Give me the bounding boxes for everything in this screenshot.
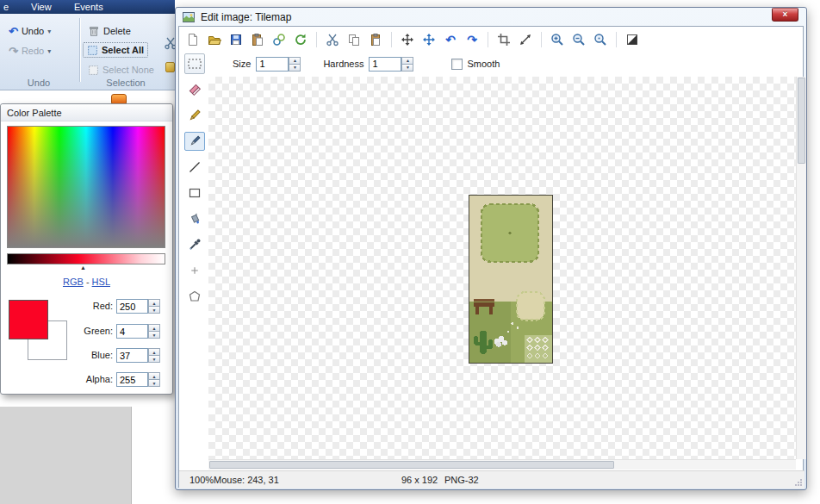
green-stepper[interactable]: ▲▼ — [148, 324, 160, 339]
spin-down-icon[interactable]: ▼ — [148, 356, 160, 363]
crosshair-tool[interactable] — [184, 261, 205, 280]
rectangle-tool[interactable] — [184, 184, 205, 202]
window-titlebar[interactable]: Edit image: Tilemap — [176, 8, 806, 26]
delete-button[interactable]: Delete — [84, 23, 134, 39]
crop-button[interactable] — [495, 31, 512, 48]
hardness-stepper[interactable]: ▲▼ — [401, 57, 413, 72]
current-color-swatch[interactable] — [9, 300, 48, 339]
undo-toolbar-button[interactable]: ↶ — [442, 31, 459, 48]
redo-button[interactable]: ↷ Redo ▾ — [5, 43, 54, 59]
ribbon: ↶ Undo ▾ ↷ Redo ▾ Undo Delete Select All… — [0, 14, 175, 90]
select-all-button[interactable]: Select All — [83, 42, 148, 58]
eraser-tool[interactable] — [184, 80, 205, 99]
close-icon: × — [783, 9, 788, 19]
link-button[interactable] — [270, 31, 288, 48]
red-input[interactable] — [116, 299, 148, 314]
size-input[interactable] — [256, 57, 289, 72]
pan-button[interactable] — [420, 31, 438, 48]
invert-button[interactable] — [624, 31, 641, 48]
spin-up-icon[interactable]: ▲ — [148, 372, 160, 380]
undo-button[interactable]: ↶ Undo ▾ — [5, 23, 54, 39]
zoom-in-button[interactable] — [549, 31, 566, 48]
zoom-actual-button[interactable] — [592, 31, 609, 48]
trash-icon — [88, 25, 100, 37]
refresh-icon — [294, 33, 308, 47]
select-all-label: Select All — [102, 45, 144, 55]
refresh-button[interactable] — [292, 31, 309, 48]
red-label: Red: — [73, 301, 113, 311]
spin-down-icon[interactable]: ▼ — [401, 65, 413, 72]
blue-stepper[interactable]: ▲▼ — [148, 348, 160, 363]
hue-saturation-picker[interactable] — [7, 126, 165, 248]
menu-item-events[interactable]: Events — [74, 2, 103, 12]
alpha-input[interactable] — [116, 372, 148, 387]
color-palette-window: Color Palette ▲ RGB - HSL Red: ▲▼ Green:… — [0, 103, 173, 395]
selection-group-label: Selection — [79, 78, 172, 88]
vertical-scrollbar-thumb[interactable] — [798, 78, 805, 164]
menu-item-file-fragment[interactable]: e — [3, 2, 9, 12]
color-palette-titlebar[interactable]: Color Palette — [1, 104, 172, 121]
edit-image-window: Edit image: Tilemap × ↶ ↷ — [175, 7, 807, 490]
spin-up-icon[interactable]: ▲ — [148, 348, 160, 356]
redo-toolbar-button[interactable]: ↷ — [463, 31, 481, 48]
horizontal-scrollbar[interactable] — [208, 459, 796, 470]
blue-input[interactable] — [116, 348, 148, 363]
alpha-label: Alpha: — [73, 374, 113, 384]
hardness-input[interactable] — [369, 57, 401, 72]
brush-tool[interactable] — [184, 132, 205, 151]
eyedropper-tool[interactable] — [184, 235, 205, 254]
hardness-label: Hardness — [323, 59, 363, 69]
mouse-position: Mouse: 243, 31 — [214, 475, 279, 485]
smooth-checkbox[interactable] — [451, 59, 463, 70]
zoom-level: 100% — [189, 475, 214, 485]
menu-item-view[interactable]: View — [31, 2, 52, 12]
toolbar-separator — [488, 32, 488, 47]
paste-button[interactable] — [367, 31, 384, 48]
crosshair-tool-icon — [189, 265, 200, 276]
zoom-out-button[interactable] — [570, 31, 587, 48]
pencil-tool[interactable] — [184, 106, 205, 125]
green-input[interactable] — [116, 324, 148, 339]
paste-special-button[interactable] — [249, 31, 266, 48]
spin-up-icon[interactable]: ▲ — [148, 324, 160, 332]
spin-down-icon[interactable]: ▼ — [148, 307, 160, 314]
paste-icon — [369, 33, 382, 47]
horizontal-scrollbar-thumb[interactable] — [209, 461, 614, 469]
save-button[interactable] — [227, 31, 245, 48]
undo-group-label: Undo — [0, 78, 78, 88]
image-size: 96 x 192 — [401, 475, 438, 485]
line-tool[interactable] — [184, 158, 205, 177]
spin-up-icon[interactable]: ▲ — [401, 57, 413, 65]
new-image-button[interactable] — [184, 31, 202, 48]
shade-slider[interactable] — [7, 253, 165, 264]
rgb-link[interactable]: RGB — [63, 277, 84, 287]
open-button[interactable] — [206, 31, 223, 48]
spin-up-icon[interactable]: ▲ — [148, 299, 160, 307]
polygon-tool[interactable] — [184, 287, 205, 306]
cut-button[interactable] — [324, 31, 341, 48]
size-stepper[interactable]: ▲▼ — [289, 57, 301, 72]
copy-button[interactable] — [345, 31, 363, 48]
move-button[interactable] — [399, 31, 416, 48]
alpha-field-row: Alpha: ▲▼ — [1, 372, 172, 387]
spin-down-icon[interactable]: ▼ — [148, 380, 160, 387]
alpha-stepper[interactable]: ▲▼ — [148, 372, 160, 387]
vertical-scrollbar[interactable] — [796, 77, 806, 459]
image-canvas[interactable] — [208, 77, 796, 459]
marquee-select-button[interactable] — [184, 53, 205, 74]
fill-tool[interactable] — [184, 209, 205, 228]
resize-canvas-button[interactable] — [517, 31, 534, 48]
link-separator: - — [86, 277, 90, 287]
close-button[interactable]: × — [772, 8, 798, 22]
image-window-icon — [182, 10, 196, 24]
red-stepper[interactable]: ▲▼ — [148, 299, 160, 314]
size-field: ▲▼ — [256, 57, 301, 72]
hsl-link[interactable]: HSL — [92, 277, 110, 287]
shade-slider-marker[interactable]: ▲ — [80, 264, 86, 271]
spin-up-icon[interactable]: ▲ — [289, 57, 301, 65]
resize-grip[interactable] — [794, 478, 803, 487]
select-none-button[interactable]: Select None — [84, 62, 158, 78]
blue-label: Blue: — [73, 350, 113, 360]
spin-down-icon[interactable]: ▼ — [289, 65, 301, 72]
spin-down-icon[interactable]: ▼ — [148, 332, 160, 339]
